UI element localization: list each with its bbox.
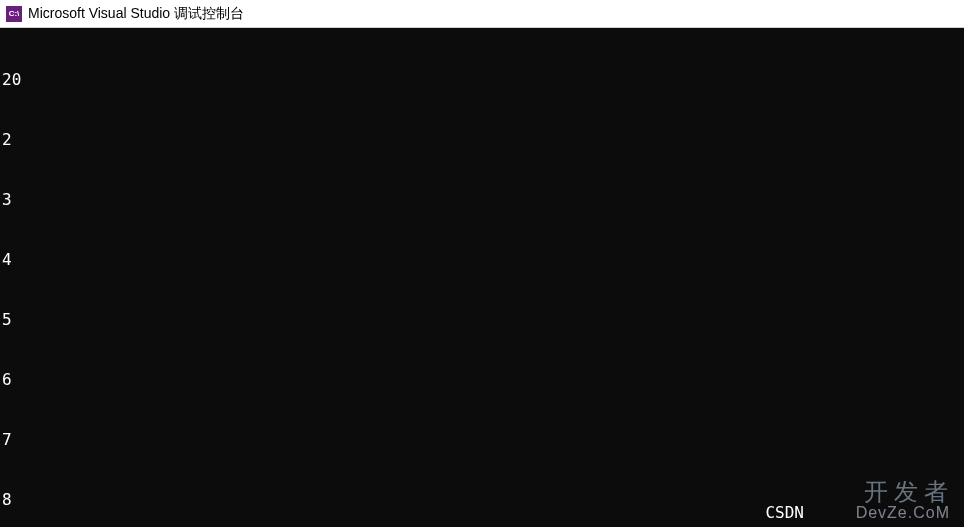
app-icon: C:\ (6, 6, 22, 22)
console-output[interactable]: 20 2 3 4 5 6 7 8 9 10 11 12 13 14 15 16 … (0, 28, 964, 527)
app-icon-text: C:\ (9, 9, 20, 18)
title-bar: C:\ Microsoft Visual Studio 调试控制台 (0, 0, 964, 28)
output-line: 3 (2, 190, 962, 210)
output-line: 4 (2, 250, 962, 270)
window-title: Microsoft Visual Studio 调试控制台 (28, 5, 244, 23)
output-line: 8 (2, 490, 962, 510)
output-line: 20 (2, 70, 962, 90)
output-line: 6 (2, 370, 962, 390)
output-line: 5 (2, 310, 962, 330)
csdn-label: CSDN (765, 503, 804, 523)
output-line: 2 (2, 130, 962, 150)
output-line: 7 (2, 430, 962, 450)
